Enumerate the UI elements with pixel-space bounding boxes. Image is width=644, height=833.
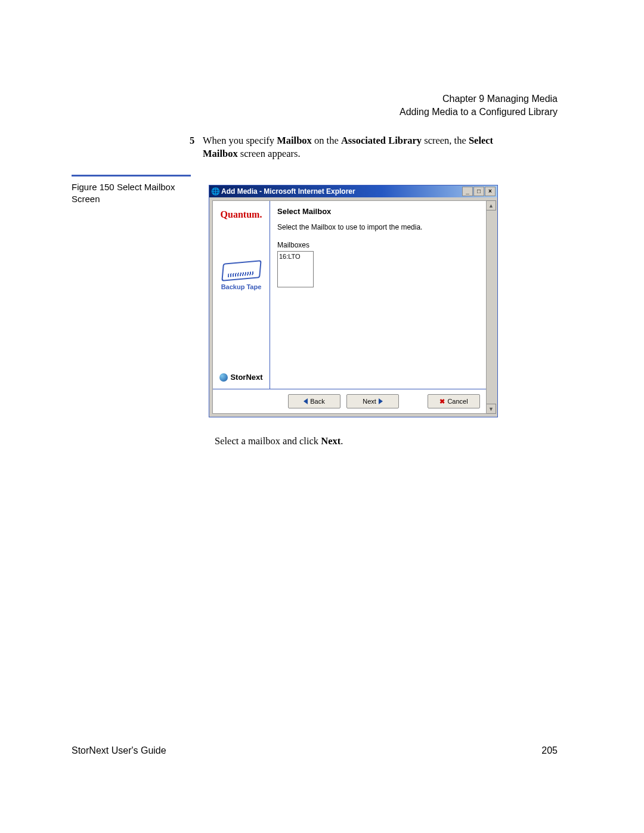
minimize-button[interactable]: _ [462, 187, 473, 196]
scroll-down-button[interactable]: ▼ [486, 404, 496, 414]
x-icon: ✖ [439, 398, 445, 405]
page-header: Chapter 9 Managing Media Adding Media to… [400, 92, 558, 118]
step-number: 5 [190, 134, 194, 147]
figure-caption: Figure 150 Select Mailbox Screen [72, 175, 191, 206]
scroll-up-button[interactable]: ▲ [486, 200, 496, 210]
section-label: Adding Media to a Configured Library [400, 106, 558, 119]
maximize-button[interactable]: □ [473, 187, 484, 196]
panel-heading: Select Mailbox [277, 207, 479, 216]
wizard-buttons: Back Next ✖ Cancel [213, 389, 486, 413]
wizard-panel: Quantum. Backup Tape StorNext Select Mai… [212, 200, 487, 414]
panel-instruction: Select the Mailbox to use to import the … [277, 223, 479, 231]
step-5: 5 When you specify Mailbox on the Associ… [203, 134, 501, 161]
ie-icon: 🌐 [211, 187, 219, 196]
back-button[interactable]: Back [288, 394, 340, 408]
post-step-text: Select a mailbox and click Next. [215, 435, 343, 447]
brand-logo: Quantum. [221, 209, 262, 220]
mailboxes-listbox[interactable]: 16:LTO [277, 251, 314, 287]
arrow-right-icon [379, 398, 383, 404]
arrow-left-icon [304, 398, 308, 404]
chapter-label: Chapter 9 Managing Media [400, 92, 558, 106]
wizard-main: Select Mailbox Select the Mailbox to use… [270, 201, 486, 389]
window-title: Add Media - Microsoft Internet Explorer [221, 187, 355, 196]
cancel-button[interactable]: ✖ Cancel [428, 394, 480, 408]
step-text: When you specify Mailbox on the Associat… [203, 135, 493, 159]
next-button[interactable]: Next [346, 394, 399, 408]
titlebar: 🌐 Add Media - Microsoft Internet Explore… [209, 185, 497, 197]
tape-icon [221, 260, 261, 281]
client-area: ▲ ▼ Quantum. Backup Tape StorNext Select… [209, 197, 497, 417]
dialog-window: 🌐 Add Media - Microsoft Internet Explore… [209, 185, 498, 417]
stornext-brand: StorNext [219, 373, 262, 382]
listbox-item[interactable]: 16:LTO [279, 253, 312, 260]
close-button[interactable]: × [485, 187, 496, 196]
tape-label: Backup Tape [221, 283, 262, 290]
footer-guide: StorNext User's Guide [72, 745, 166, 756]
footer-page: 205 [541, 745, 558, 756]
wizard-sidebar: Quantum. Backup Tape StorNext [213, 201, 270, 389]
globe-icon [219, 373, 228, 382]
listbox-label: Mailboxes [277, 241, 479, 249]
